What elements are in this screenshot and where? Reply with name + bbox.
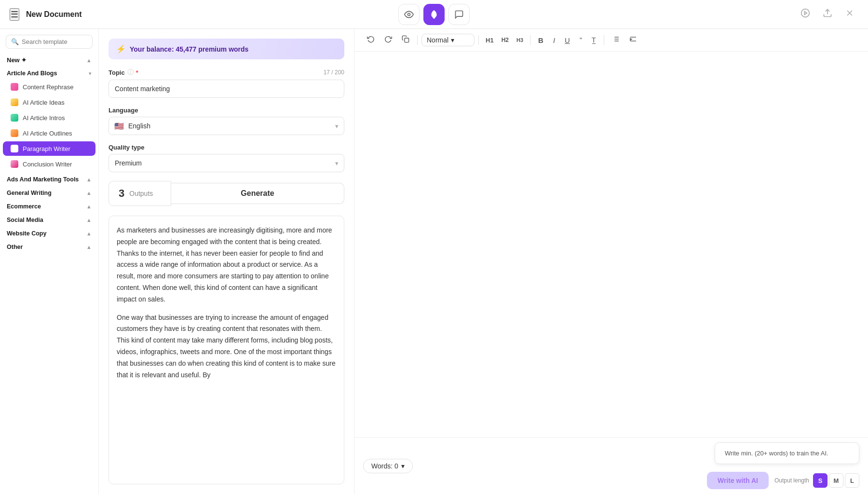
search-input-container: 🔍	[6, 35, 93, 49]
sidebar-item-ads-marketing[interactable]: Ads And Marketing Tools ▲	[0, 172, 98, 185]
other-chevron-icon: ▲	[86, 244, 92, 250]
svg-point-3	[801, 9, 810, 17]
play-button[interactable]	[797, 6, 814, 22]
toolbar-divider-3	[530, 35, 530, 45]
editor-panel: Normal ▾ H1 H2 H3 B I U " T̲	[354, 29, 868, 494]
language-label: Language	[108, 107, 344, 114]
editor-toolbar: Normal ▾ H1 H2 H3 B I U " T̲	[354, 29, 868, 52]
svg-rect-8	[405, 38, 409, 42]
toolbar-divider-1	[417, 35, 418, 45]
header-center-btns	[398, 4, 470, 25]
ai-hint-text: Write min. (20+ words) to train the AI.	[725, 450, 828, 457]
sidebar-item-ai-article-ideas[interactable]: AI Article Ideas	[3, 95, 95, 110]
style-select-button[interactable]: Normal ▾	[421, 34, 475, 46]
topic-input[interactable]	[108, 80, 344, 98]
language-select-wrap: 🇺🇸 English Spanish French ▾	[108, 117, 344, 135]
sidebar-item-label: Content Rephrase	[23, 83, 74, 91]
h2-button[interactable]: H2	[499, 35, 512, 45]
words-label: Words: 0	[371, 462, 398, 470]
style-label: Normal	[427, 36, 448, 44]
sidebar-item-label: AI Article Outlines	[23, 130, 72, 137]
editor-bottom: Words: 0 ▾ Write min. (20+ words) to tra…	[354, 437, 868, 494]
new-chevron-icon: ▲	[86, 57, 92, 63]
sidebar-item-article-blogs[interactable]: Article And Blogs ▾	[0, 66, 98, 79]
h1-button[interactable]: H1	[483, 35, 497, 46]
article-chevron-icon: ▾	[89, 70, 92, 77]
sidebar-item-website-copy[interactable]: Website Copy ▲	[0, 226, 98, 239]
redo-button[interactable]	[380, 33, 396, 47]
header-right-btns	[797, 6, 858, 22]
topic-label-row: Topic ⓘ * 17 / 200	[108, 68, 344, 77]
indent-button[interactable]	[625, 33, 641, 47]
social-cat-label: Social Media	[7, 217, 43, 223]
size-s-button[interactable]: S	[813, 473, 827, 488]
write-with-ai-button[interactable]: Write with AI	[707, 472, 769, 489]
social-chevron-icon: ▲	[86, 217, 92, 223]
conclusion-writer-icon	[11, 160, 18, 168]
balance-text: Your balance: 45,477 premium words	[130, 45, 248, 53]
other-cat-label: Other	[7, 244, 23, 250]
website-chevron-icon: ▲	[86, 231, 92, 236]
topic-required: *	[136, 69, 138, 76]
search-input[interactable]	[22, 38, 87, 45]
rocket-button[interactable]	[423, 4, 445, 25]
sidebar-item-other[interactable]: Other ▲	[0, 239, 98, 253]
ecommerce-cat-label: Ecommerce	[7, 203, 41, 210]
chat-button[interactable]	[448, 4, 470, 25]
eye-button[interactable]	[398, 4, 420, 25]
close-button[interactable]	[841, 6, 858, 22]
words-count-button[interactable]: Words: 0 ▾	[363, 459, 413, 473]
sidebar-item-ai-article-outlines[interactable]: AI Article Outlines	[3, 126, 95, 140]
sidebar-cat-label: Article And Blogs	[7, 70, 57, 77]
h3-button[interactable]: H3	[514, 35, 526, 45]
general-chevron-icon: ▲	[86, 190, 92, 196]
outputs-label: Outputs	[129, 190, 153, 197]
balance-bar: ⚡ Your balance: 45,477 premium words	[108, 39, 344, 59]
sidebar-item-ecommerce[interactable]: Ecommerce ▲	[0, 199, 98, 212]
quality-group: Quality type Premium Standard ▾	[108, 144, 344, 172]
editor-content[interactable]	[354, 52, 868, 437]
upload-button[interactable]	[819, 6, 836, 22]
topic-group: Topic ⓘ * 17 / 200	[108, 68, 344, 98]
quality-label: Quality type	[108, 144, 344, 151]
main-layout: 🔍 New ✦ ▲ Article And Blogs ▾ Content Re…	[0, 29, 868, 494]
language-group: Language 🇺🇸 English Spanish French ▾	[108, 107, 344, 135]
sidebar-item-ai-article-intros[interactable]: AI Article Intros	[3, 110, 95, 125]
output-paragraph-2: One way that businesses are trying to in…	[117, 312, 336, 381]
sidebar-new-header[interactable]: New ✦ ▲	[0, 53, 98, 66]
size-m-button[interactable]: M	[829, 473, 843, 488]
ads-cat-label: Ads And Marketing Tools	[7, 176, 79, 183]
copy-button[interactable]	[398, 33, 413, 47]
language-flag: 🇺🇸	[114, 122, 124, 131]
content-rephrase-icon	[11, 83, 18, 91]
outputs-count-box: 3 Outputs	[108, 181, 171, 206]
menu-icon[interactable]: ☰	[10, 8, 19, 21]
ads-chevron-icon: ▲	[86, 177, 92, 182]
quote-button[interactable]: "	[576, 34, 586, 46]
sidebar-item-general-writing[interactable]: General Writing ▲	[0, 185, 98, 199]
undo-button[interactable]	[363, 33, 379, 47]
sidebar-item-content-rephrase[interactable]: Content Rephrase	[3, 80, 95, 94]
ecommerce-chevron-icon: ▲	[86, 204, 92, 209]
italic-button[interactable]: I	[549, 34, 559, 47]
quality-select[interactable]: Premium Standard	[108, 154, 344, 172]
topic-char-count: 17 / 200	[324, 69, 344, 76]
toolbar-divider-4	[604, 35, 604, 45]
ai-article-ideas-icon	[11, 98, 18, 106]
align-button[interactable]	[608, 33, 624, 47]
language-select[interactable]: English Spanish French	[108, 117, 344, 135]
website-cat-label: Website Copy	[7, 230, 46, 237]
generate-button[interactable]: Generate	[171, 183, 344, 204]
output-length-label: Output length	[774, 477, 809, 484]
ai-article-outlines-icon	[11, 129, 18, 137]
strikethrough-button[interactable]: T̲	[588, 34, 600, 46]
template-panel: ⚡ Your balance: 45,477 premium words Top…	[99, 29, 354, 494]
sidebar-item-social-media[interactable]: Social Media ▲	[0, 212, 98, 226]
sidebar-item-conclusion-writer[interactable]: Conclusion Writer	[3, 157, 95, 171]
sidebar-item-paragraph-writer[interactable]: Paragraph Writer	[3, 141, 95, 156]
underline-button[interactable]: U	[561, 34, 574, 47]
size-l-button[interactable]: L	[845, 473, 859, 488]
quality-select-wrap: Premium Standard ▾	[108, 154, 344, 172]
sidebar-item-label: AI Article Ideas	[23, 99, 65, 106]
bold-button[interactable]: B	[534, 34, 547, 47]
